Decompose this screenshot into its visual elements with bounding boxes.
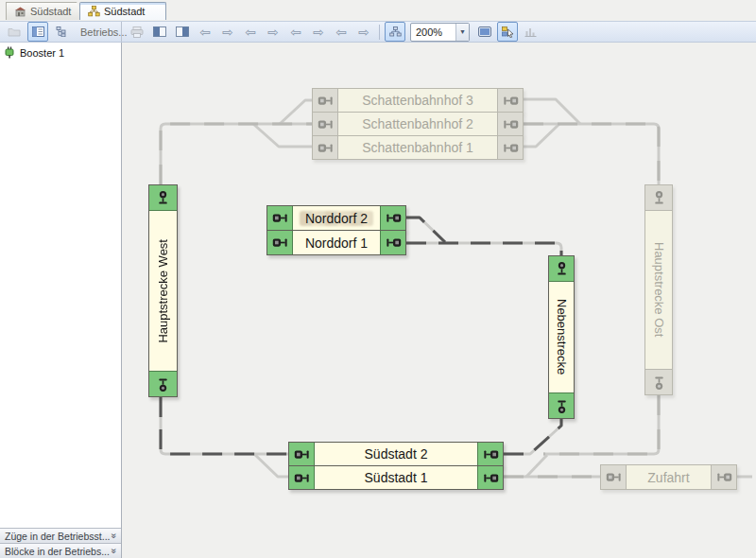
nav-right-arrow-icon: ⇨ (358, 26, 369, 39)
sitemap-icon (389, 26, 402, 37)
zoom-dropdown-button[interactable]: ▼ (455, 24, 469, 41)
tab-suedstadt-dispatcher[interactable]: Südstadt (79, 2, 166, 20)
block-exit-signal-icon (477, 466, 503, 489)
dispatcher-canvas[interactable]: Schattenbahnhof 3 Schattenbahnhof 2 Scha… (122, 43, 756, 558)
block-norddorf-1[interactable]: Norddorf 1 (266, 230, 406, 255)
print-button[interactable] (127, 22, 147, 42)
block-label: Südstadt 2 (365, 446, 428, 462)
folder-icon (8, 26, 21, 37)
tab-label: Südstadt (30, 6, 71, 17)
edit-mode-button[interactable] (497, 22, 518, 42)
block-exit-signal-icon (497, 89, 523, 112)
nav-forward-1-button[interactable]: ⇨ (217, 22, 238, 42)
block-label: Schattenbahnhof 3 (362, 93, 473, 108)
block-entry-signal-icon (267, 231, 293, 254)
chevron-down-icon: ▼ (459, 28, 466, 35)
block-exit-signal-icon (711, 465, 736, 489)
nav-back-2-button[interactable]: ⇦ (240, 22, 261, 42)
nav-forward-3-button[interactable]: ⇨ (308, 22, 329, 42)
zoom-combobox[interactable]: 200% ▼ (410, 23, 470, 42)
tab-label: Südstadt (104, 6, 145, 17)
block-entry-signal-icon (313, 136, 338, 159)
split-left-icon (153, 26, 166, 37)
tree-item-booster[interactable]: Booster 1 (0, 43, 121, 61)
collapse-chevron-icon: » (110, 533, 120, 539)
panel-list-icon (32, 26, 44, 37)
block-exit-signal-icon (149, 371, 177, 396)
block-exit-signal-icon (549, 392, 574, 418)
block-entry-signal-icon (289, 443, 315, 465)
view-right-pane-button[interactable] (172, 22, 193, 42)
block-entry-signal-icon (313, 89, 338, 112)
block-suedstadt-2[interactable]: Südstadt 2 (288, 442, 504, 466)
block-exit-signal-icon (477, 443, 503, 465)
statistics-button[interactable] (520, 22, 541, 42)
nav-left-arrow-icon: ⇦ (199, 26, 211, 39)
new-folder-button[interactable] (4, 22, 25, 42)
nav-right-arrow-icon: ⇨ (313, 26, 324, 39)
block-schattenbahnhof-3[interactable]: Schattenbahnhof 3 (312, 88, 524, 113)
block-exit-signal-icon (497, 136, 523, 159)
nav-back-4-button[interactable]: ⇦ (331, 22, 352, 42)
block-label: Nebenstrecke (555, 299, 569, 375)
sidebar-bottom-panels: Züge in der Betriebsst... » Blöcke in de… (0, 528, 121, 558)
fullscreen-view-button[interactable] (474, 22, 495, 42)
panel-label: Blöcke in der Betriebs... (5, 546, 110, 557)
toolbar-row: Betriebs... (0, 21, 756, 43)
tab-suedstadt-switchboard[interactable]: Südstadt (6, 2, 85, 20)
block-hauptstrecke-west[interactable]: Hauptstrecke West (148, 184, 178, 397)
nav-left-arrow-icon: ⇦ (290, 26, 301, 39)
traincontroller-window: Südstadt Südstadt (0, 0, 756, 558)
booster-plug-icon (4, 46, 15, 59)
nav-right-arrow-icon: ⇨ (267, 26, 279, 39)
histogram-icon (524, 26, 537, 37)
main-toolbar: ⇦ ⇨ ⇦ ⇨ ⇦ ⇨ ⇦ ⇨ 200% ▼ (122, 22, 756, 42)
block-entry-signal-icon (549, 256, 574, 282)
switchboard-icon (88, 6, 100, 17)
tab-bar: Südstadt Südstadt (0, 0, 756, 21)
block-entry-signal-icon (289, 466, 315, 489)
explorer-filter-label[interactable]: Betriebs... (80, 26, 128, 38)
block-nebenstrecke[interactable]: Nebenstrecke (548, 255, 575, 419)
block-label: Schattenbahnhof 1 (362, 140, 473, 155)
split-right-icon (176, 26, 189, 37)
panel-trains-in-dispatcher[interactable]: Züge in der Betriebsst... » (0, 528, 121, 543)
zoom-value[interactable]: 200% (411, 26, 455, 38)
block-label: Schattenbahnhof 2 (362, 116, 473, 131)
nav-left-arrow-icon: ⇦ (245, 26, 256, 39)
block-entry-signal-icon (149, 185, 177, 211)
monitor-icon (478, 26, 491, 37)
panel-blocks-in-dispatcher[interactable]: Blöcke in der Betriebs... » (0, 543, 121, 558)
tree-icon (56, 26, 68, 37)
block-label: Zufahrt (647, 470, 689, 485)
block-exit-signal-icon (645, 369, 672, 394)
explorer-sidebar: Booster 1 Züge in der Betriebsst... » Bl… (0, 43, 122, 558)
printer-icon (130, 26, 144, 38)
tree-view-button[interactable] (51, 22, 72, 42)
nav-forward-4-button[interactable]: ⇨ (353, 22, 374, 42)
station-icon (14, 7, 26, 17)
block-zufahrt[interactable]: Zufahrt (600, 464, 737, 490)
block-norddorf-2[interactable]: Norddorf 2 (266, 205, 406, 231)
toolbar-separator (379, 25, 380, 40)
block-hauptstrecke-ost[interactable]: Hauptstrecke Ost (644, 184, 673, 395)
nav-left-arrow-icon: ⇦ (335, 26, 347, 39)
block-entry-signal-icon (267, 206, 293, 230)
block-entry-signal-icon (313, 113, 338, 135)
explorer-view-button[interactable] (27, 22, 48, 42)
block-label: Hauptstrecke Ost (652, 242, 666, 337)
nav-back-1-button[interactable]: ⇦ (195, 22, 215, 42)
block-entry-signal-icon (601, 465, 627, 489)
tree-item-label: Booster 1 (20, 47, 64, 59)
pointer-select-icon (502, 26, 514, 38)
block-suedstadt-1[interactable]: Südstadt 1 (288, 465, 504, 490)
block-schattenbahnhof-2[interactable]: Schattenbahnhof 2 (312, 112, 524, 136)
block-schattenbahnhof-1[interactable]: Schattenbahnhof 1 (312, 135, 524, 160)
block-label: Norddorf 2 (305, 211, 368, 226)
nav-right-arrow-icon: ⇨ (222, 26, 233, 39)
schematic-view-button[interactable] (385, 22, 405, 42)
nav-back-3-button[interactable]: ⇦ (285, 22, 306, 42)
collapse-chevron-icon: » (110, 549, 120, 554)
view-left-pane-button[interactable] (149, 22, 170, 42)
nav-forward-2-button[interactable]: ⇨ (263, 22, 284, 42)
